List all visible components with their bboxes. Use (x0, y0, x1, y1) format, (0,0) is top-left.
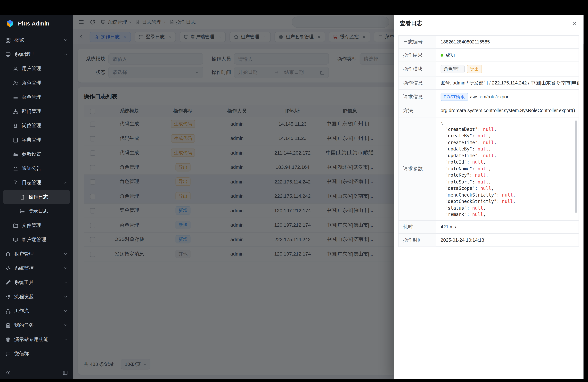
sidebar-item-role-management[interactable]: 角色管理 (3, 76, 70, 90)
brand-logo-icon (5, 19, 15, 28)
folder-icon (13, 223, 18, 228)
sidebar-item-overview[interactable]: 概览 (3, 33, 70, 47)
request-label: 请求信息 (399, 90, 436, 104)
sidebar-item-system-monitor[interactable]: 系统监控 (3, 261, 70, 275)
users-icon (13, 80, 18, 85)
sidebar-item-log-management[interactable]: 日志管理 (3, 175, 70, 190)
request-value: POST请求 /system/role/export (436, 90, 579, 104)
sidebar-footer (0, 366, 73, 379)
grid-icon (5, 37, 11, 43)
chevron-up-icon (63, 180, 68, 185)
request-url: /system/role/export (470, 94, 510, 99)
doc-icon (20, 194, 25, 200)
list-icon (20, 208, 25, 214)
layout-pin-icon[interactable] (63, 370, 68, 375)
duration-value: 421 ms (436, 221, 579, 233)
sidebar-item-dept-management[interactable]: 部门管理 (3, 104, 70, 118)
drawer-header: 查看日志 (394, 15, 584, 32)
success-dot-icon (441, 54, 443, 56)
chevron-down-icon (63, 323, 68, 328)
scrollbar-thumb[interactable] (575, 120, 577, 213)
drawer-title: 查看日志 (400, 20, 422, 27)
chat-icon (5, 351, 11, 357)
sidebar-item-process-start[interactable]: 流程发起 (3, 290, 70, 304)
sidebar-item-notice[interactable]: 通知公告 (3, 161, 70, 175)
log-detail-table: 日志编号 1882612840802115585 操作结果 成功 操作模块 (398, 35, 579, 247)
screen: Plus Admin 概览 系统管理 用户管理 (0, 0, 588, 382)
book-icon (13, 137, 18, 143)
chevron-down-icon (63, 38, 68, 42)
info-label: 操作信息 (399, 76, 436, 89)
sidebar-item-wechat-group[interactable]: 微信群 (3, 347, 70, 361)
log-id-value: 1882612840802115585 (436, 36, 579, 48)
info-value: 账号: admin / 研发部门 / 222.175.114.242 / 中国|… (436, 76, 579, 89)
operation-tag: 导出 (467, 65, 482, 73)
doc-icon (13, 180, 18, 186)
sidebar-item-system-tools[interactable]: 系统工具 (3, 275, 70, 290)
menu-lines-icon (13, 94, 18, 100)
app-window: Plus Admin 概览 系统管理 用户管理 (0, 15, 583, 379)
sliders-icon (13, 151, 18, 157)
chevron-down-icon (63, 309, 68, 313)
globe-icon (5, 337, 11, 342)
module-value: 角色管理 导出 (436, 62, 579, 76)
method-label: 方法 (399, 104, 436, 117)
monitor-icon (5, 52, 11, 57)
duration-label: 耗时 (399, 221, 436, 233)
chevron-down-icon (63, 337, 68, 342)
bell-icon (13, 166, 18, 171)
user-icon (13, 66, 18, 71)
activity-icon (5, 265, 11, 271)
drawer-body: 日志编号 1882612840802115585 操作结果 成功 操作模块 (394, 32, 584, 251)
time-value: 2025-01-24 10:14:13 (436, 234, 579, 246)
sidebar-item-login-log[interactable]: 登录日志 (3, 204, 70, 218)
method-value: org.dromara.system.controller.system.Sys… (436, 104, 579, 117)
sidebar-item-demo-features[interactable]: 演示站专用功能 (3, 332, 70, 347)
request-params-json[interactable]: { "createDept"null "createBy"null "creat… (436, 117, 579, 220)
sidebar-item-my-tasks[interactable]: 我的任务 (3, 318, 70, 332)
chevron-up-icon (63, 52, 68, 57)
params-value: { "createDept"null "createBy"null "creat… (436, 117, 579, 220)
sidebar-item-client-management[interactable]: 客户端管理 (3, 233, 70, 247)
module-label: 操作模块 (399, 62, 436, 76)
sidebar-item-dict-management[interactable]: 字典管理 (3, 133, 70, 147)
send-icon (5, 294, 11, 299)
post-method-tag: POST请求 (441, 93, 468, 101)
tree-icon (5, 308, 11, 314)
sidebar-item-user-management[interactable]: 用户管理 (3, 62, 70, 76)
result-value: 成功 (436, 49, 579, 62)
sidebar-item-param-settings[interactable]: 参数设置 (3, 147, 70, 161)
sidebar-item-workflow[interactable]: 工作流 (3, 304, 70, 318)
result-label: 操作结果 (399, 49, 436, 62)
clipboard-icon (5, 322, 11, 328)
sidebar-item-post-management[interactable]: 岗位管理 (3, 119, 70, 133)
brand-name: Plus Admin (18, 20, 49, 27)
sidebar-item-menu-management[interactable]: 菜单管理 (3, 90, 70, 104)
monitor-icon (13, 237, 18, 242)
collapse-sidebar-icon[interactable] (5, 370, 10, 375)
sidebar-menu: 概览 系统管理 用户管理 角色管理 菜单管理 (0, 32, 73, 366)
brand-logo[interactable]: Plus Admin (0, 15, 73, 32)
home-icon (5, 251, 11, 257)
log-id-label: 日志编号 (399, 36, 436, 48)
badge-icon (13, 123, 18, 128)
chevron-down-icon (63, 252, 68, 256)
sidebar-item-file-management[interactable]: 文件管理 (3, 218, 70, 233)
params-label: 请求参数 (399, 117, 436, 220)
close-icon[interactable] (572, 21, 577, 26)
module-tag: 角色管理 (441, 65, 465, 73)
chevron-down-icon (63, 280, 68, 285)
view-log-drawer: 查看日志 日志编号 1882612840802115585 操作结果 成功 (394, 15, 584, 379)
sidebar-item-system-management[interactable]: 系统管理 (3, 47, 70, 62)
time-label: 操作时间 (399, 234, 436, 246)
tree-icon (13, 109, 18, 114)
wrench-icon (5, 280, 11, 285)
sidebar: Plus Admin 概览 系统管理 用户管理 (0, 15, 73, 379)
sidebar-item-operation-log[interactable]: 操作日志 (3, 190, 70, 204)
sidebar-item-tenant-management[interactable]: 租户管理 (3, 247, 70, 261)
chevron-down-icon (63, 266, 68, 271)
chevron-down-icon (63, 295, 68, 299)
